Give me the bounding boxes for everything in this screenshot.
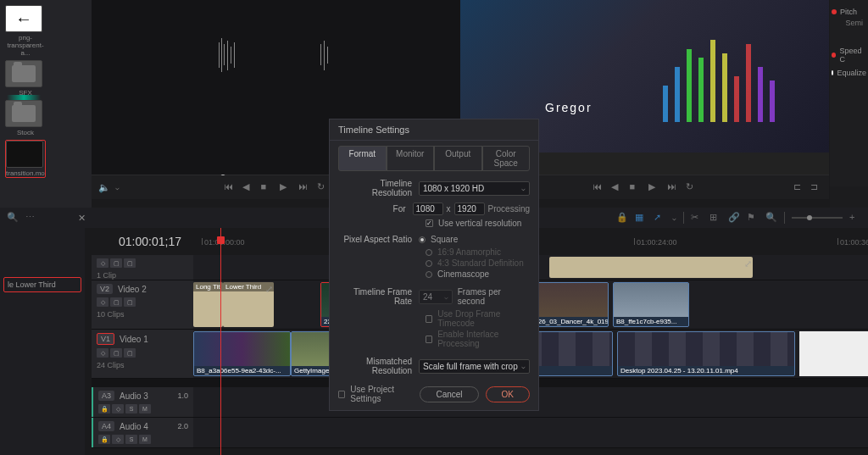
bin-folder-sfx[interactable]: SFX (5, 60, 46, 97)
timeline-settings-dialog: Timeline Settings Format Monitor Output … (329, 119, 539, 411)
play-reverse-icon[interactable]: ◀ (242, 181, 254, 193)
flag-icon[interactable]: ⚑ (747, 212, 759, 224)
add-icon[interactable]: + (849, 212, 861, 224)
resolution-select[interactable]: 1080 x 1920 HD⌵ (419, 181, 530, 196)
inspector-panel: Pitch Semi Speed C Equalize (830, 0, 868, 208)
clip-a3a0[interactable]: B8_a3a06e55-9ea2-43dc-... (193, 331, 291, 376)
keyframe-dot-icon[interactable] (832, 53, 836, 58)
title-clip[interactable]: ⤢ (549, 257, 753, 278)
dialog-title: Timeline Settings (330, 119, 538, 140)
height-input[interactable] (454, 203, 485, 215)
options-icon[interactable]: ⋯ (25, 212, 37, 224)
mismatch-label: Mismatched Resolution (338, 357, 419, 375)
pitch-label: Pitch (840, 8, 857, 16)
keyframe-dot-icon[interactable] (832, 70, 833, 75)
chevron-down-icon: ⌵ (444, 293, 448, 301)
tab-format[interactable]: Format (338, 146, 387, 171)
selection-tool-icon[interactable]: ▦ (635, 212, 647, 224)
blade-tool-icon[interactable]: ✂ (691, 212, 703, 224)
track-header-a4[interactable]: A4Audio 42.0 🔒◇SM (92, 418, 193, 447)
lock-icon[interactable]: 🔒 (616, 212, 628, 224)
effect-lower-third[interactable]: le Lower Third (3, 277, 81, 292)
speaker-icon[interactable]: 🔈 (98, 182, 110, 193)
use-project-checkbox[interactable] (338, 391, 345, 398)
speed-label: Speed C (839, 47, 866, 64)
search-icon[interactable]: 🔍 (7, 212, 19, 224)
track-name: Video 1 (120, 335, 148, 344)
play-icon[interactable]: ▶ (280, 181, 292, 193)
gap-clip[interactable] (799, 331, 868, 376)
ok-button[interactable]: OK (486, 386, 530, 402)
chevron-down-icon[interactable]: ⌵ (115, 184, 120, 191)
radio-cinemascope[interactable] (426, 271, 432, 278)
zoom-icon[interactable]: 🔍 (765, 212, 777, 224)
clip-count: 10 Clips (97, 310, 188, 319)
bin-folder-stock[interactable]: Stock (5, 100, 46, 136)
expand-icon[interactable]: ⤢ (265, 284, 272, 291)
clip-lower-third[interactable]: Lower Third⤢ (223, 282, 274, 327)
tab-output[interactable]: Output (434, 146, 482, 171)
clip-desktop2[interactable]: Desktop 2023.04.25 - 13.20.11.01.mp4 (617, 331, 795, 376)
track-header-a3[interactable]: A3Audio 31.0 🔒◇SM (92, 387, 193, 417)
stop-icon[interactable]: ■ (630, 181, 642, 193)
fps-select: 24⌵ (419, 290, 453, 304)
fps-label: Timeline Frame Rate (338, 287, 419, 306)
mismatch-select[interactable]: Scale full frame with crop⌵ (419, 359, 530, 374)
bin-item[interactable]: ← png-transparent-a... (5, 5, 46, 57)
vertical-checkbox[interactable] (426, 219, 433, 227)
waveform-display (193, 34, 414, 76)
radio-square[interactable] (419, 236, 426, 243)
effects-panel: le Lower Third (0, 228, 85, 455)
expand-icon[interactable]: ⤢ (744, 258, 751, 265)
keyframe-dot-icon[interactable] (832, 9, 837, 14)
playhead[interactable] (220, 228, 221, 455)
link-icon[interactable]: 🔗 (728, 212, 740, 224)
loop-icon[interactable]: ↻ (686, 181, 698, 193)
play-reverse-icon[interactable]: ◀ (611, 181, 623, 193)
cancel-button[interactable]: Cancel (420, 386, 478, 402)
loop-icon[interactable]: ↻ (317, 181, 329, 193)
resolution-label: Timeline Resolution (338, 179, 419, 197)
pitch-value: Semi (832, 19, 866, 27)
timecode-display: 01:00:01;17 (119, 235, 181, 248)
clip-count: 24 Clips (97, 361, 188, 369)
eq-label: Equalize (837, 69, 866, 77)
bin-transition[interactable]: transition.mov (5, 140, 46, 178)
radio-sd[interactable] (426, 260, 432, 267)
media-pool: ← png-transparent-a... SFX Stock transit… (0, 0, 92, 208)
mark-out-icon[interactable]: ⊐ (810, 181, 822, 193)
play-icon[interactable]: ▶ (648, 181, 660, 193)
interlace-checkbox (426, 336, 432, 343)
title-overlay: Gregor (545, 101, 593, 114)
insert-icon[interactable]: ⊞ (709, 212, 721, 224)
radio-anamorphic[interactable] (426, 249, 432, 256)
clip-count: 1 Clip (97, 271, 188, 280)
chevron-down-icon: ⌵ (521, 185, 526, 192)
track-name: Audio 4 (120, 422, 148, 431)
track-header-v1[interactable]: V1Video 1 ◇▢▢ 24 Clips (92, 330, 193, 378)
drop-checkbox (426, 315, 432, 323)
first-frame-icon[interactable]: ⏮ (593, 181, 604, 193)
mark-in-icon[interactable]: ⊏ (793, 181, 805, 193)
track-header[interactable]: ◇▢▢ 1 Clip (92, 255, 193, 280)
clip-ffe[interactable]: B8_ffe1c7cb-e935... (613, 282, 689, 327)
tab-monitor[interactable]: Monitor (387, 146, 435, 171)
first-frame-icon[interactable]: ⏮ (224, 181, 236, 193)
processing-label: Processing (488, 204, 530, 214)
clip-long-title[interactable]: Long Tit (193, 282, 223, 327)
zoom-slider[interactable] (792, 217, 843, 219)
arrow-tool-icon[interactable]: ➚ (654, 212, 665, 224)
track-name: Video 2 (118, 285, 147, 294)
stop-icon[interactable]: ■ (261, 181, 273, 193)
width-input[interactable] (413, 203, 443, 215)
track-header-v2[interactable]: V2Video 2 ◇▢▢ 10 Clips (92, 280, 193, 329)
track-name: Audio 3 (120, 391, 148, 401)
tab-color-space[interactable]: Color Space (482, 146, 531, 171)
last-frame-icon[interactable]: ⏭ (667, 181, 679, 193)
last-frame-icon[interactable]: ⏭ (298, 181, 310, 193)
chevron-down-icon: ⌵ (521, 363, 526, 370)
par-label: Pixel Aspect Ratio (338, 235, 419, 244)
